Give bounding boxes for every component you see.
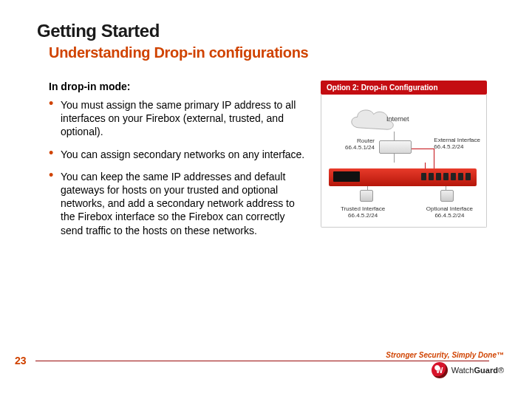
trusted-host-icon [360,190,373,202]
page-number: 23 [15,355,35,366]
router-name: Router [338,137,375,144]
router-ip: 66.4.5.1/24 [338,144,375,151]
ext-if-ip: 66.4.5.2/24 [434,144,480,151]
firebox-device-icon [329,168,477,186]
router-label: Router 66.4.5.1/24 [338,137,375,151]
body-area: In drop-in mode: You must assign the sam… [49,81,495,246]
watchguard-logo: WatchGuard® [432,362,504,378]
router-icon [379,140,412,154]
external-interface-label: External Interface 66.4.5.2/24 [434,137,480,151]
bullet-item: You can keep the same IP addresses and d… [49,170,307,237]
brand-a: Watch [451,366,474,375]
trusted-interface-label: Trusted Interface 66.4.5.2/24 [341,206,385,219]
logo-mark-icon [432,362,448,378]
page-title: Getting Started [37,21,495,41]
optional-host-icon [440,190,454,202]
trusted-ip: 66.4.5.2/24 [341,213,385,219]
brand-b: Guard [474,366,497,375]
text-column: In drop-in mode: You must assign the sam… [49,81,307,246]
figure-body: Internet Router 66.4.5.1/24 External Int… [321,95,487,228]
bullet-list: You must assign the same primary IP addr… [49,98,307,237]
logo-wordmark: WatchGuard® [451,366,504,375]
tagline: Stronger Security, Simply Done™ [386,351,504,359]
bullet-item: You must assign the same primary IP addr… [49,98,307,139]
figure-header: Option 2: Drop-in Configuration [321,81,487,95]
internet-label: Internet [386,115,409,123]
logo-zone: Stronger Security, Simply Done™ WatchGua… [386,351,504,378]
page-subtitle: Understanding Drop-in configurations [49,44,495,61]
figure-column: Option 2: Drop-in Configuration Internet… [321,81,487,246]
bullet-item: You can assign secondary networks on any… [49,148,307,161]
optional-ip: 66.4.5.2/24 [426,213,473,219]
intro-text: In drop-in mode: [49,81,307,92]
slide: Getting Started Understanding Drop-in co… [0,0,532,399]
optional-interface-label: Optional Interface 66.4.5.2/24 [426,206,473,219]
